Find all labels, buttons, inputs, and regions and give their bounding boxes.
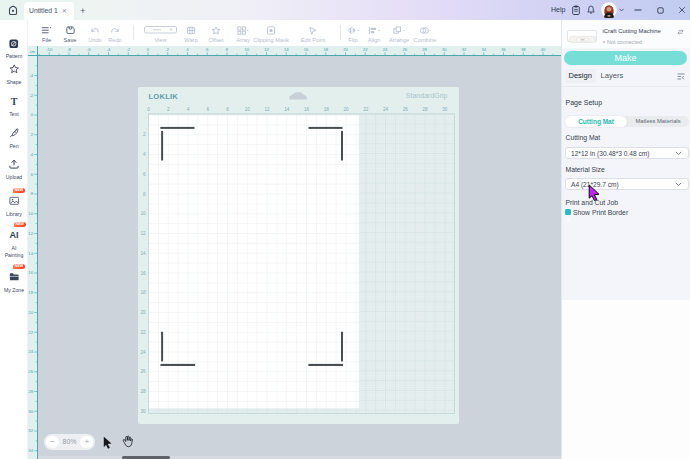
svg-text:30: 30 xyxy=(140,409,146,414)
svg-text:20: 20 xyxy=(140,310,146,315)
svg-text:26: 26 xyxy=(402,47,407,52)
svg-text:24: 24 xyxy=(28,349,33,354)
svg-text:6: 6 xyxy=(206,107,209,112)
svg-text:-6: -6 xyxy=(87,47,91,52)
svg-text:24: 24 xyxy=(140,350,146,355)
svg-text:8: 8 xyxy=(226,107,229,112)
svg-text:32: 32 xyxy=(462,47,467,52)
svg-text:24: 24 xyxy=(382,107,388,112)
svg-text:20: 20 xyxy=(28,310,33,315)
svg-text:2: 2 xyxy=(142,132,145,137)
svg-text:-8: -8 xyxy=(67,47,71,52)
svg-text:18: 18 xyxy=(140,290,146,295)
svg-text:2: 2 xyxy=(166,107,169,112)
svg-text:22: 22 xyxy=(363,47,368,52)
svg-text:28: 28 xyxy=(422,47,427,52)
svg-text:12: 12 xyxy=(264,107,270,112)
svg-text:4: 4 xyxy=(186,107,189,112)
svg-text:10: 10 xyxy=(244,47,249,52)
svg-text:0: 0 xyxy=(147,107,150,112)
svg-text:26: 26 xyxy=(402,107,408,112)
svg-text:16: 16 xyxy=(28,270,33,275)
svg-text:10: 10 xyxy=(140,211,146,216)
svg-text:12: 12 xyxy=(140,231,146,236)
svg-text:14: 14 xyxy=(28,251,33,256)
svg-text:28: 28 xyxy=(140,389,146,394)
svg-text:38: 38 xyxy=(521,47,526,52)
svg-text:40: 40 xyxy=(541,47,546,52)
svg-text:14: 14 xyxy=(284,107,290,112)
svg-text:28: 28 xyxy=(422,107,428,112)
svg-text:24: 24 xyxy=(383,47,388,52)
svg-text:22: 22 xyxy=(28,330,33,335)
svg-text:20: 20 xyxy=(343,47,348,52)
svg-text:14: 14 xyxy=(140,251,146,256)
svg-text:12: 12 xyxy=(28,231,33,236)
svg-text:30: 30 xyxy=(28,409,33,414)
svg-text:cm: cm xyxy=(30,50,35,54)
svg-text:4: 4 xyxy=(142,152,145,157)
svg-text:34: 34 xyxy=(481,47,486,52)
svg-text:20: 20 xyxy=(343,107,349,112)
svg-text:22: 22 xyxy=(363,107,369,112)
svg-text:16: 16 xyxy=(303,107,309,112)
svg-text:18: 18 xyxy=(28,290,33,295)
svg-text:6: 6 xyxy=(142,172,145,177)
svg-text:16: 16 xyxy=(304,47,309,52)
svg-text:22: 22 xyxy=(140,330,146,335)
svg-text:12: 12 xyxy=(264,47,269,52)
svg-text:26: 26 xyxy=(140,369,146,374)
svg-text:AI: AI xyxy=(9,230,18,240)
svg-text:16: 16 xyxy=(140,271,146,276)
svg-text:28: 28 xyxy=(28,389,33,394)
svg-text:T: T xyxy=(11,96,18,106)
svg-text:-4: -4 xyxy=(107,47,111,52)
svg-text:32: 32 xyxy=(28,428,33,433)
svg-text:34: 34 xyxy=(28,448,33,453)
svg-text:18: 18 xyxy=(323,47,328,52)
svg-text:18: 18 xyxy=(323,107,329,112)
svg-text:10: 10 xyxy=(28,211,33,216)
svg-text:30: 30 xyxy=(442,107,448,112)
svg-text:-2: -2 xyxy=(126,47,130,52)
svg-text:14: 14 xyxy=(284,47,289,52)
svg-text:30: 30 xyxy=(442,47,447,52)
svg-text:10: 10 xyxy=(244,107,250,112)
svg-text:8: 8 xyxy=(142,192,145,197)
svg-text:-10: -10 xyxy=(46,47,53,52)
svg-text:26: 26 xyxy=(28,369,33,374)
svg-text:36: 36 xyxy=(501,47,506,52)
